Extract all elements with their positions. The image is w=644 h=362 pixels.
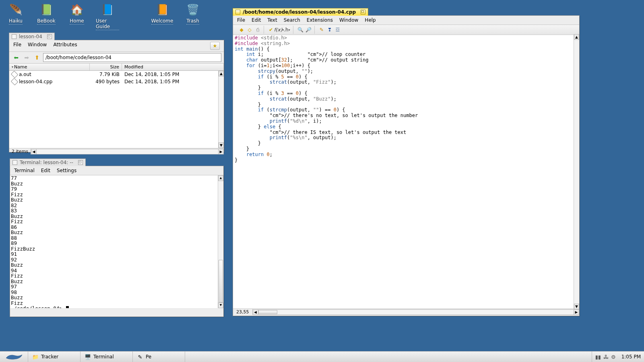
terminal-line: Fizz: [11, 219, 223, 224]
col-size[interactable]: Size: [90, 64, 122, 70]
close-icon[interactable]: [12, 34, 17, 39]
col-modified[interactable]: Modified: [122, 64, 224, 70]
code-line: strcpy(output, "");: [235, 69, 578, 74]
terminal-line: 97: [11, 284, 223, 290]
close-icon[interactable]: [235, 10, 240, 14]
icon-label: BeBook: [37, 18, 55, 25]
menu-edit[interactable]: Edit: [252, 17, 261, 23]
file-modified: Dec 14, 2018, 1:05 PM: [122, 78, 224, 85]
menu-search[interactable]: Search: [284, 17, 300, 23]
vscrollbar[interactable]: ▲ ▼: [574, 34, 579, 309]
task-pe[interactable]: ✎Pe: [133, 352, 185, 362]
code-line: } else {: [235, 124, 578, 130]
file-name: a.out: [19, 72, 31, 77]
menu-edit[interactable]: Edit: [41, 168, 50, 173]
file-row[interactable]: lesson-04.cpp490 bytesDec 14, 2018, 1:05…: [9, 78, 224, 85]
terminal-prompt[interactable]: ~/code/lesson-04>: [11, 306, 223, 308]
home-icon[interactable]: 🏠Home: [65, 2, 89, 30]
code-line: int main() {: [235, 47, 578, 52]
deskbar-leaf[interactable]: [0, 352, 28, 362]
terminal-line: 88: [11, 235, 223, 241]
haiku-icon[interactable]: 🪶Haiku: [4, 2, 27, 30]
favorites-icon[interactable]: ★: [210, 42, 220, 50]
terminal-titlebar[interactable]: Terminal: lesson-04: --: [10, 158, 86, 166]
vscrollbar[interactable]: ▲ ▼: [218, 71, 224, 148]
scroll-up-icon[interactable]: ▲: [219, 71, 224, 76]
check-icon[interactable]: ✔: [267, 26, 275, 33]
terminal-line: 91: [11, 251, 223, 257]
menu-help[interactable]: Help: [365, 17, 376, 23]
headers-icon[interactable]: .h ▾: [283, 26, 291, 33]
bebook-icon[interactable]: 📗BeBook: [35, 2, 58, 30]
print-icon[interactable]: ⎙: [254, 26, 261, 33]
bebook-icon-glyph: 📗: [39, 2, 54, 17]
scroll-left-icon[interactable]: ◀: [31, 149, 37, 154]
task-label: Terminal: [93, 354, 114, 360]
clock[interactable]: 1:05 PM: [621, 354, 641, 360]
tracker-status: 2 items ◀ ▶: [9, 148, 224, 154]
tracker-titlebar[interactable]: lesson-04: [9, 33, 55, 40]
scroll-up-icon[interactable]: ▲: [218, 175, 223, 181]
file-size: 490 bytes: [90, 78, 122, 85]
cursor: [66, 306, 69, 308]
editor-menubar: File Edit Text Search Extensions Window …: [233, 16, 579, 25]
file-row[interactable]: a.out7.79 KiBDec 14, 2018, 1:05 PM: [9, 71, 224, 78]
terminal-line: Fizz: [11, 273, 223, 279]
scroll-up-icon[interactable]: ▲: [574, 34, 579, 40]
up-button[interactable]: ⬆: [33, 53, 41, 62]
task-terminal[interactable]: 🖥️Terminal: [80, 352, 133, 362]
tray-icon[interactable]: ▮▮: [595, 354, 601, 360]
welcome-icon-glyph: 📙: [155, 2, 169, 17]
back-button[interactable]: ⬅: [12, 53, 21, 62]
menu-file[interactable]: File: [13, 42, 21, 50]
hscrollbar[interactable]: ◀ ▶: [31, 149, 224, 154]
bookmark-icon[interactable]: ❣: [326, 26, 333, 33]
menu-terminal[interactable]: Terminal: [14, 168, 35, 173]
settings-icon[interactable]: ☲: [334, 26, 341, 33]
col-name[interactable]: ▾Name: [9, 64, 90, 70]
task-label: Pe: [146, 354, 151, 360]
find-icon[interactable]: 🔍: [297, 26, 304, 33]
task-tracker[interactable]: 📁Tracker: [28, 352, 80, 362]
edit-icon[interactable]: ✎: [318, 26, 325, 33]
zoom-icon[interactable]: [78, 160, 83, 165]
tray-icon[interactable]: ⚙: [611, 354, 616, 360]
function-icon[interactable]: f(x)▾: [275, 26, 283, 33]
menu-file[interactable]: File: [237, 17, 245, 23]
terminal-output[interactable]: 77Buzz79FizzBuzz8283BuzzFizz86Buzz8889Fi…: [10, 175, 223, 308]
editor-window: /boot/home/code/lesson-04/lesson-04.cpp …: [233, 15, 580, 316]
path-field[interactable]: /boot/home/code/lesson-04: [43, 53, 221, 62]
menu-window[interactable]: Window: [339, 17, 358, 23]
scroll-down-icon[interactable]: ▼: [218, 302, 223, 308]
menu-text[interactable]: Text: [267, 17, 277, 23]
scroll-right-icon[interactable]: ▶: [218, 149, 224, 154]
save-icon[interactable]: ◇: [246, 26, 253, 33]
userguide-icon[interactable]: 📘User Guide: [96, 2, 119, 30]
close-icon[interactable]: [12, 160, 17, 165]
tray-icon[interactable]: 🖧: [603, 354, 609, 360]
zoom-icon[interactable]: [47, 34, 52, 39]
vscrollbar[interactable]: ▲ ▼: [218, 175, 223, 308]
code-area[interactable]: #include <stdio.h>#include <string.h>int…: [233, 35, 579, 309]
terminal-line: 77: [11, 175, 223, 181]
menu-attributes[interactable]: Attributes: [53, 42, 77, 50]
trash-icon[interactable]: 🗑️Trash: [181, 2, 204, 30]
scroll-down-icon[interactable]: ▼: [219, 142, 224, 148]
code-line: int i; "cm">// loop counter: [235, 52, 578, 58]
forward-button[interactable]: ➡: [22, 53, 31, 62]
menu-settings[interactable]: Settings: [57, 168, 76, 173]
editor-titlebar[interactable]: /boot/home/code/lesson-04/lesson-04.cpp: [233, 8, 368, 16]
open-icon[interactable]: ◆: [238, 26, 245, 33]
hscrollbar[interactable]: ◀ ▶: [253, 309, 580, 315]
find-next-icon[interactable]: 🔎: [305, 26, 312, 33]
zoom-icon[interactable]: [361, 10, 365, 14]
welcome-icon[interactable]: 📙Welcome: [151, 2, 174, 30]
menu-extensions[interactable]: Extensions: [307, 17, 333, 23]
terminal-window: Terminal: lesson-04: -- Terminal Edit Se…: [10, 166, 224, 317]
scroll-left-icon[interactable]: ◀: [253, 309, 258, 315]
scroll-down-icon[interactable]: ▼: [574, 304, 579, 309]
terminal-menubar: Terminal Edit Settings: [10, 166, 223, 175]
terminal-line: Fizz: [11, 192, 223, 197]
scroll-right-icon[interactable]: ▶: [574, 309, 579, 315]
menu-window[interactable]: Window: [28, 42, 47, 50]
